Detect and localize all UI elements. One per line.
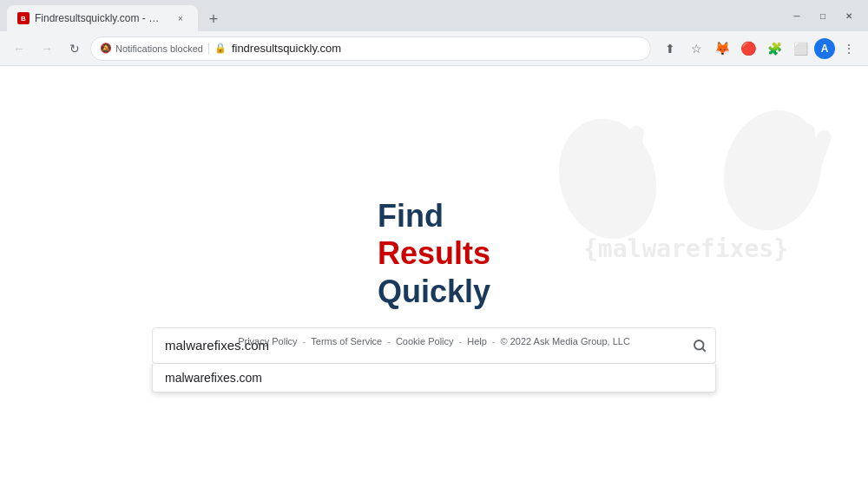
address-bar-divider (208, 43, 209, 55)
toolbar: ← → ↻ 🔕 Notifications blocked 🔒 ⬆ ☆ (0, 31, 868, 66)
tab-close-button[interactable]: × (174, 11, 187, 25)
browser-frame: B Findresultsquickly.com - What's × + ─ … (0, 0, 868, 495)
title-bar: B Findresultsquickly.com - What's × + ─ … (0, 0, 868, 31)
window-controls: ─ □ ✕ (785, 3, 861, 28)
new-tab-button[interactable]: + (201, 7, 226, 31)
ext-lock-icon: 🔴 (740, 41, 757, 56)
svg-rect-8 (792, 122, 816, 181)
profile-button[interactable]: A (814, 38, 835, 59)
menu-icon: ⋮ (843, 42, 855, 56)
svg-rect-9 (801, 129, 832, 182)
svg-rect-2 (589, 122, 612, 181)
bookmark-button[interactable]: ☆ (684, 36, 708, 61)
maximize-button[interactable]: □ (811, 3, 835, 28)
footer-sep-3: - (459, 336, 463, 346)
brand-results: Results (378, 234, 490, 272)
svg-line-12 (702, 348, 705, 351)
notifications-blocked: 🔕 Notifications blocked (100, 43, 203, 54)
profile-avatar: A (821, 43, 829, 55)
footer: Privacy Policy - Terms of Service - Cook… (238, 336, 630, 346)
forward-button[interactable]: → (35, 36, 59, 61)
menu-button[interactable]: ⋮ (837, 36, 861, 61)
footer-sep-1: - (303, 336, 306, 346)
footer-sep-2: - (387, 336, 391, 346)
back-icon: ← (13, 42, 25, 56)
svg-point-5 (711, 109, 834, 241)
tab-icon: ⬜ (793, 42, 808, 56)
star-icon: ☆ (691, 42, 702, 56)
svg-rect-6 (760, 120, 782, 174)
brand-quickly: Quickly (378, 273, 490, 310)
share-button[interactable]: ⬆ (658, 36, 682, 61)
back-button[interactable]: ← (7, 36, 31, 61)
minimize-button[interactable]: ─ (785, 3, 809, 28)
search-button[interactable] (692, 338, 707, 353)
search-icon (692, 338, 707, 353)
brand-text: Find Results Quickly (378, 197, 490, 310)
ext-lock-button[interactable]: 🔴 (736, 36, 760, 61)
reload-icon: ↻ (69, 42, 80, 56)
extensions-button[interactable]: 🧩 (762, 36, 786, 61)
notifications-blocked-label: Notifications blocked (115, 43, 203, 54)
active-tab[interactable]: B Findresultsquickly.com - What's × (7, 5, 198, 31)
svg-rect-4 (623, 125, 645, 179)
copyright-text: © 2022 Ask Media Group, LLC (500, 336, 629, 346)
svg-point-11 (694, 340, 704, 350)
svg-rect-3 (609, 122, 625, 178)
privacy-policy-link[interactable]: Privacy Policy (238, 336, 297, 346)
bell-slash-icon: 🔕 (100, 43, 112, 54)
tab-title: Findresultsquickly.com - What's (35, 12, 168, 24)
page-content: {malwarefixes} Find Results Quickly (0, 66, 868, 495)
reload-button[interactable]: ↻ (62, 36, 87, 61)
tab-search-button[interactable]: ⬜ (788, 36, 812, 61)
address-input[interactable] (232, 42, 641, 55)
footer-sep-4: - (492, 336, 496, 346)
brand-find: Find (378, 197, 444, 234)
autocomplete-dropdown: malwarefixes.com (152, 364, 716, 393)
lock-icon: 🔒 (214, 43, 227, 54)
help-link[interactable]: Help (467, 336, 487, 346)
tab-favicon: B (17, 12, 30, 24)
address-bar-container: 🔕 Notifications blocked 🔒 (90, 36, 651, 61)
fox-icon: 🦊 (714, 41, 731, 56)
toolbar-icons: ⬆ ☆ 🦊 🔴 🧩 ⬜ A ⋮ (658, 36, 861, 61)
tab-strip: B Findresultsquickly.com - What's × + (7, 0, 778, 31)
close-button[interactable]: ✕ (837, 3, 861, 28)
share-icon: ⬆ (665, 42, 675, 56)
terms-link[interactable]: Terms of Service (311, 336, 382, 346)
autocomplete-item[interactable]: malwarefixes.com (153, 364, 715, 392)
main-content: Find Results Quickly malwarefixes.com (152, 197, 716, 364)
forward-icon: → (41, 42, 53, 56)
ext-fox-button[interactable]: 🦊 (710, 36, 734, 61)
svg-rect-7 (779, 118, 795, 175)
puzzle-icon: 🧩 (767, 42, 782, 56)
svg-rect-1 (569, 130, 601, 185)
cookie-policy-link[interactable]: Cookie Policy (396, 336, 454, 346)
